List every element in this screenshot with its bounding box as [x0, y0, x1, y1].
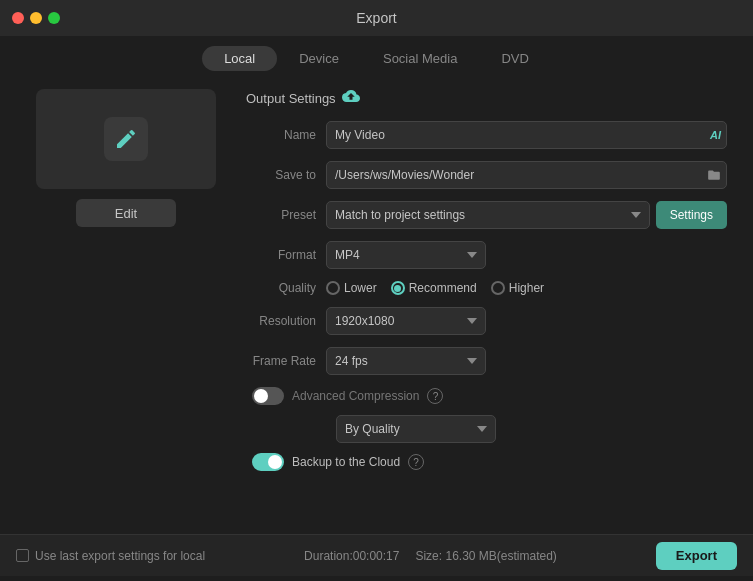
backup-row: Backup to the Cloud ? [246, 453, 727, 471]
tab-device[interactable]: Device [277, 46, 361, 71]
name-input[interactable] [326, 121, 727, 149]
quality-higher-radio[interactable] [491, 281, 505, 295]
compression-help-icon[interactable]: ? [427, 388, 443, 404]
quality-lower[interactable]: Lower [326, 281, 377, 295]
resolution-label: Resolution [246, 314, 326, 328]
upload-icon [342, 87, 360, 109]
toggle-knob [254, 389, 268, 403]
resolution-select[interactable]: 1920x1080 1280x720 3840x2160 [326, 307, 486, 335]
preview-icon [104, 117, 148, 161]
quality-lower-label: Lower [344, 281, 377, 295]
quality-recommend-label: Recommend [409, 281, 477, 295]
footer: Use last export settings for local Durat… [0, 534, 753, 576]
duration-label: Duration:00:00:17 [304, 549, 399, 563]
section-header: Output Settings [246, 87, 727, 109]
export-button[interactable]: Export [656, 542, 737, 570]
name-input-container: AI [326, 121, 727, 149]
by-quality-row: By Quality By Bitrate [246, 415, 727, 453]
advanced-compression-row: Advanced Compression ? [246, 387, 727, 405]
ai-icon: AI [710, 129, 721, 141]
backup-help-icon[interactable]: ? [408, 454, 424, 470]
by-quality-select[interactable]: By Quality By Bitrate [336, 415, 496, 443]
titlebar: Export [0, 0, 753, 36]
preset-label: Preset [246, 208, 326, 222]
radio-dot [394, 285, 401, 292]
compression-label: Advanced Compression [292, 389, 419, 403]
frame-rate-select[interactable]: 24 fps 30 fps 60 fps [326, 347, 486, 375]
quality-options: Lower Recommend Higher [326, 281, 544, 295]
backup-label: Backup to the Cloud [292, 455, 400, 469]
last-export-checkbox[interactable] [16, 549, 29, 562]
last-export-label: Use last export settings for local [35, 549, 205, 563]
tab-dvd[interactable]: DVD [479, 46, 550, 71]
section-title: Output Settings [246, 91, 336, 106]
format-select[interactable]: MP4 MOV AVI [326, 241, 486, 269]
footer-left: Use last export settings for local [16, 549, 205, 563]
format-label: Format [246, 248, 326, 262]
quality-label: Quality [246, 281, 326, 295]
preview-box [36, 89, 216, 189]
maximize-button[interactable] [48, 12, 60, 24]
frame-rate-label: Frame Rate [246, 354, 326, 368]
left-panel: Edit [16, 79, 236, 534]
quality-lower-radio[interactable] [326, 281, 340, 295]
tab-local[interactable]: Local [202, 46, 277, 71]
save-to-row: Save to [246, 161, 727, 189]
close-button[interactable] [12, 12, 24, 24]
preset-controls: Match to project settings Settings [326, 201, 727, 229]
quality-higher-label: Higher [509, 281, 544, 295]
quality-higher[interactable]: Higher [491, 281, 544, 295]
save-to-input-container [326, 161, 727, 189]
folder-icon[interactable] [707, 167, 721, 183]
save-to-label: Save to [246, 168, 326, 182]
backup-toggle[interactable] [252, 453, 284, 471]
right-panel: Output Settings Name AI Save to [236, 79, 737, 534]
preset-row: Preset Match to project settings Setting… [246, 201, 727, 229]
tabs-bar: Local Device Social Media DVD [0, 36, 753, 79]
window-title: Export [356, 10, 396, 26]
resolution-row: Resolution 1920x1080 1280x720 3840x2160 [246, 307, 727, 335]
quality-recommend[interactable]: Recommend [391, 281, 477, 295]
tab-social-media[interactable]: Social Media [361, 46, 479, 71]
name-label: Name [246, 128, 326, 142]
compression-toggle[interactable] [252, 387, 284, 405]
format-row: Format MP4 MOV AVI [246, 241, 727, 269]
main-content: Edit Output Settings Name AI Save to [0, 79, 753, 534]
settings-button[interactable]: Settings [656, 201, 727, 229]
backup-toggle-knob [268, 455, 282, 469]
minimize-button[interactable] [30, 12, 42, 24]
frame-rate-row: Frame Rate 24 fps 30 fps 60 fps [246, 347, 727, 375]
traffic-lights [12, 12, 60, 24]
save-to-input[interactable] [326, 161, 727, 189]
size-label: Size: 16.30 MB(estimated) [415, 549, 556, 563]
footer-center: Duration:00:00:17 Size: 16.30 MB(estimat… [304, 549, 557, 563]
name-row: Name AI [246, 121, 727, 149]
quality-recommend-radio[interactable] [391, 281, 405, 295]
edit-button[interactable]: Edit [76, 199, 176, 227]
quality-row: Quality Lower Recommend Higher [246, 281, 727, 295]
preset-select[interactable]: Match to project settings [326, 201, 650, 229]
